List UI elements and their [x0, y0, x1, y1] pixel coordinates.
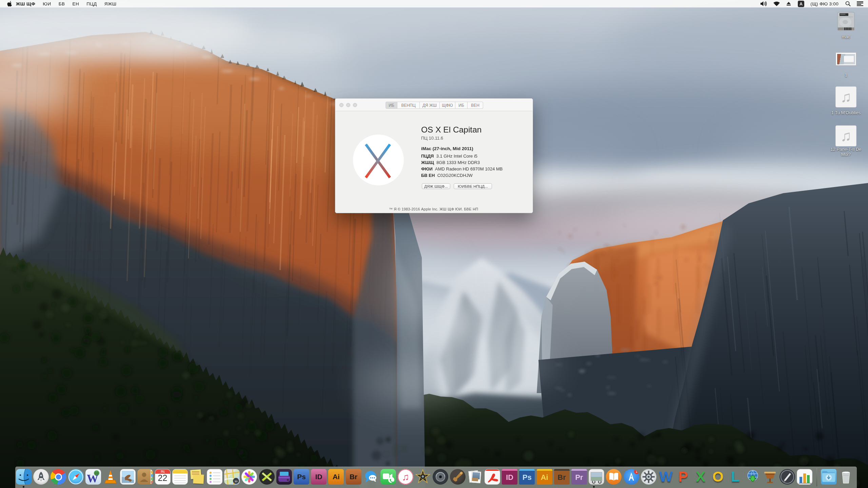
svg-text:W: W	[87, 472, 98, 485]
svg-text:30: 30	[235, 480, 238, 483]
svg-text:A: A	[800, 2, 803, 6]
